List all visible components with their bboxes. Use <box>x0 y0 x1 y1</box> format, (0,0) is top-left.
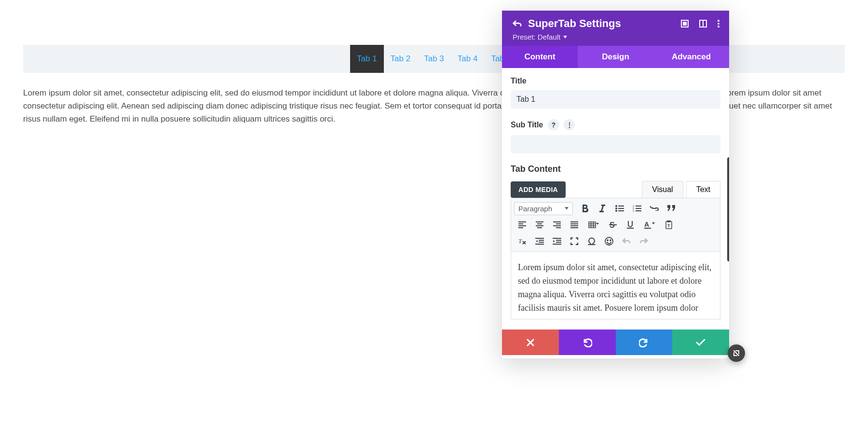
svg-rect-55 <box>535 244 544 245</box>
svg-rect-26 <box>536 225 543 226</box>
close-icon <box>527 339 534 346</box>
bullet-list-icon[interactable] <box>611 201 628 216</box>
tab-label: Tab 3 <box>424 54 444 64</box>
scrollbar-thumb[interactable] <box>727 157 729 261</box>
underline-icon[interactable] <box>622 218 638 232</box>
align-left-icon[interactable] <box>514 218 530 232</box>
tab-label: Advanced <box>672 52 711 61</box>
svg-point-61 <box>607 240 608 241</box>
svg-rect-12 <box>618 210 624 211</box>
svg-rect-53 <box>539 240 544 241</box>
svg-rect-58 <box>556 242 561 243</box>
svg-rect-24 <box>536 221 543 222</box>
blockquote-icon[interactable] <box>664 201 680 216</box>
tab-design[interactable]: Design <box>578 46 653 68</box>
svg-rect-34 <box>570 225 578 226</box>
preview-tab-2[interactable]: Tab 2 <box>384 45 418 73</box>
tab-content[interactable]: Content <box>502 46 578 68</box>
subtitle-field-label: Sub Title ? ⋮ <box>511 119 720 130</box>
tab-label: Design <box>602 52 629 61</box>
svg-rect-22 <box>518 225 526 226</box>
svg-rect-21 <box>518 223 523 224</box>
preset-dropdown[interactable]: Preset: Default <box>502 33 729 46</box>
settings-panel: SuperTab Settings Preset: Default Conten… <box>502 11 729 358</box>
editor-toolbar: Paragraph 123 S A T <box>511 198 720 252</box>
svg-point-4 <box>718 20 719 22</box>
subtitle-input[interactable] <box>511 135 720 153</box>
editor-visual-tab[interactable]: Visual <box>642 181 683 198</box>
redo-icon[interactable] <box>636 234 652 248</box>
resize-handle[interactable] <box>728 344 745 362</box>
fullscreen-icon[interactable] <box>566 234 583 248</box>
align-center-icon[interactable] <box>531 218 548 232</box>
panel-tabs: Content Design Advanced <box>502 46 729 68</box>
svg-rect-57 <box>556 240 561 241</box>
svg-rect-16 <box>636 208 641 209</box>
svg-rect-42 <box>609 224 617 225</box>
svg-rect-18 <box>636 210 641 211</box>
svg-rect-59 <box>553 244 561 245</box>
panel-body: Title Sub Title ? ⋮ Tab Content ADD MEDI… <box>502 68 729 358</box>
editor-content-area[interactable]: Lorem ipsum dolor sit amet, consectetur … <box>511 252 720 319</box>
add-media-button[interactable]: ADD MEDIA <box>511 181 566 198</box>
svg-rect-30 <box>553 225 561 226</box>
table-icon[interactable] <box>583 218 604 232</box>
svg-rect-35 <box>570 227 578 228</box>
back-icon[interactable] <box>509 19 525 28</box>
save-button[interactable] <box>672 330 729 355</box>
check-icon <box>696 339 705 346</box>
redo-button[interactable] <box>616 330 673 355</box>
number-list-icon[interactable]: 123 <box>629 201 645 216</box>
link-icon[interactable] <box>646 201 663 216</box>
svg-rect-8 <box>618 206 624 206</box>
vt-label: Visual <box>652 185 673 193</box>
emoji-icon[interactable] <box>601 234 617 248</box>
svg-rect-1 <box>683 22 686 25</box>
text-color-icon[interactable]: A <box>639 218 660 232</box>
columns-icon[interactable] <box>699 20 707 27</box>
outdent-icon[interactable] <box>531 234 548 248</box>
undo-icon[interactable] <box>618 234 635 248</box>
svg-rect-52 <box>535 238 544 239</box>
svg-rect-23 <box>518 227 523 228</box>
svg-rect-54 <box>539 242 544 243</box>
expand-icon[interactable] <box>681 20 689 27</box>
bold-icon[interactable] <box>577 201 593 216</box>
svg-text:A: A <box>644 221 649 228</box>
tab-advanced[interactable]: Advanced <box>653 46 729 68</box>
svg-rect-31 <box>556 227 561 228</box>
svg-rect-36 <box>589 222 596 228</box>
align-right-icon[interactable] <box>549 218 565 232</box>
svg-point-5 <box>718 23 719 25</box>
svg-rect-27 <box>537 227 542 228</box>
more-vertical-icon[interactable] <box>718 20 719 27</box>
panel-header: SuperTab Settings Preset: Default <box>502 11 729 46</box>
svg-rect-10 <box>618 208 624 209</box>
svg-text:3: 3 <box>633 209 634 212</box>
clear-format-icon[interactable]: T <box>514 234 530 248</box>
tab-label: Tab 2 <box>391 54 411 64</box>
preview-tab-3[interactable]: Tab 3 <box>417 45 451 73</box>
svg-rect-43 <box>627 228 634 229</box>
svg-rect-33 <box>570 223 578 224</box>
preview-tab-4[interactable]: Tab 4 <box>451 45 485 73</box>
editor-text-tab[interactable]: Text <box>686 181 720 198</box>
undo-button[interactable] <box>559 330 616 355</box>
title-input[interactable] <box>511 90 720 109</box>
strikethrough-icon[interactable]: S <box>605 218 621 232</box>
svg-rect-56 <box>553 238 561 239</box>
help-icon[interactable]: ? <box>548 119 559 130</box>
title-field-label: Title <box>511 77 720 85</box>
paste-text-icon[interactable]: T <box>661 218 677 232</box>
paragraph-label: Paragraph <box>518 205 552 213</box>
cancel-button[interactable] <box>502 330 559 355</box>
undo-icon <box>583 338 592 347</box>
paragraph-dropdown[interactable]: Paragraph <box>514 202 573 215</box>
align-justify-icon[interactable] <box>566 218 583 232</box>
special-char-icon[interactable] <box>583 234 600 248</box>
chevron-down-icon <box>565 207 569 210</box>
italic-icon[interactable] <box>594 201 610 216</box>
indent-icon[interactable] <box>549 234 565 248</box>
preview-tab-1[interactable]: Tab 1 <box>350 45 384 73</box>
more-options-icon[interactable]: ⋮ <box>564 119 575 130</box>
